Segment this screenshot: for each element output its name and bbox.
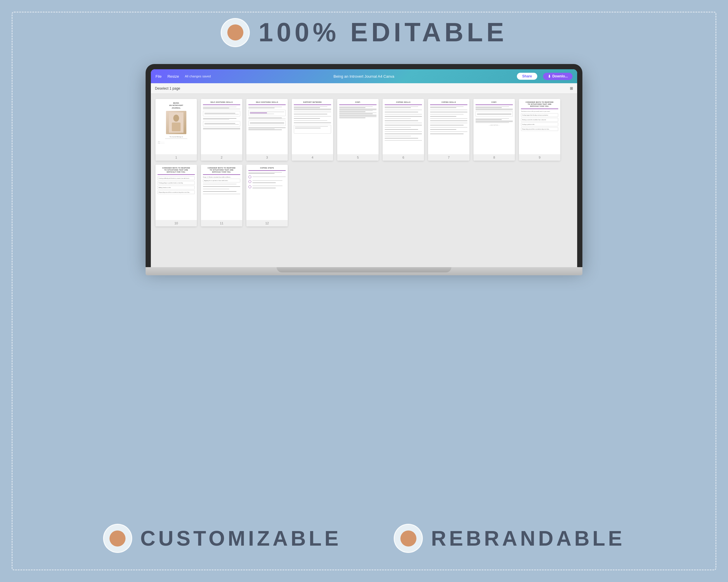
page-number-3: 3 xyxy=(246,154,288,161)
page-number-5: 5 xyxy=(337,154,379,161)
page-3-content: SELF-SOOTHING SKILLS xyxy=(246,99,288,154)
page-6-content: COPING SKILLS xyxy=(383,99,424,154)
page-2-divider xyxy=(203,105,240,105)
page-number-1: 1 xyxy=(156,154,197,161)
page-12-content: COPING STEPS xyxy=(246,165,288,220)
page-5-title: CONT. xyxy=(339,101,376,103)
download-icon: ⬇ xyxy=(548,74,551,79)
page-4-title: SUPPORT NETWORK xyxy=(294,101,331,103)
page-card-5[interactable]: CONT. xyxy=(337,99,379,161)
page-number-10: 10 xyxy=(156,220,197,226)
page-card-9[interactable]: CONSIDER WAYS TO RESPONDTO SITUATIONS TH… xyxy=(519,99,560,161)
page-card-1[interactable]: BEINGAN INTROVERTJOURNAL The Journal Bel… xyxy=(156,99,197,161)
page-number-2: 2 xyxy=(201,154,242,161)
laptop-screen-outer: File Resize All changes saved Being an I… xyxy=(146,64,582,267)
line xyxy=(203,108,229,108)
rebrandable-item: REBRANDABLE xyxy=(394,524,625,553)
page-11-title: CONSIDER WAYS TO RESPONDTO SITUATIONS TH… xyxy=(203,167,240,173)
rebrandable-badge-inner xyxy=(400,530,416,547)
page-10-content: CONSIDER WAYS TO RESPONDTO SITUATIONS TH… xyxy=(156,165,197,220)
page-number-6: 6 xyxy=(383,154,424,161)
main-title: 100% EDITABLE xyxy=(259,18,508,48)
top-badge-inner xyxy=(227,24,243,40)
canvas-area[interactable]: BEINGAN INTROVERTJOURNAL The Journal Bel… xyxy=(151,94,577,267)
line xyxy=(203,129,240,130)
page-11-content: CONSIDER WAYS TO RESPONDTO SITUATIONS TH… xyxy=(201,165,242,220)
page-8-title: CONT. xyxy=(475,101,513,103)
cover-subtitle: The Journal Belongs to xyxy=(170,136,183,138)
page-9-content: CONSIDER WAYS TO RESPONDTO SITUATIONS TH… xyxy=(519,99,560,154)
share-button[interactable]: Share xyxy=(517,73,537,80)
pages-grid: BEINGAN INTROVERTJOURNAL The Journal Bel… xyxy=(156,96,572,229)
laptop-wrapper: File Resize All changes saved Being an I… xyxy=(146,64,582,275)
line xyxy=(203,119,229,120)
section-box-2 xyxy=(203,121,240,127)
canva-toolbar: File Resize All changes saved Being an I… xyxy=(151,69,577,83)
page-6-title: COPING SKILLS xyxy=(385,101,422,103)
svg-rect-2 xyxy=(172,122,181,131)
page-card-8[interactable]: CONT. xyxy=(473,99,515,161)
page-4-content: SUPPORT NETWORK xyxy=(292,99,333,154)
rebrandable-badge xyxy=(394,524,423,553)
rebrandable-title: REBRANDABLE xyxy=(431,526,625,550)
svg-point-1 xyxy=(173,115,179,122)
customizable-badge-inner xyxy=(109,530,126,547)
page-number-11: 11 xyxy=(201,220,242,226)
page-2-title: SELF-SOOTHING SKILLS xyxy=(203,101,240,103)
customizable-item: CUSTOMIZABLE xyxy=(103,524,342,553)
line xyxy=(203,109,240,109)
download-button[interactable]: ⬇ Downlo... xyxy=(543,73,572,80)
page-number-8: 8 xyxy=(473,154,515,161)
deselect-bar: Deselect 1 page ⊞ xyxy=(151,83,577,94)
page-card-4[interactable]: SUPPORT NETWORK xyxy=(292,99,333,161)
customizable-badge xyxy=(103,524,132,553)
page-card-12[interactable]: COPING STEPS xyxy=(246,165,288,226)
page-card-3[interactable]: SELF-SOOTHING SKILLS xyxy=(246,99,288,161)
page-10-title: CONSIDER WAYS TO RESPONDTO SITUATIONS TH… xyxy=(158,167,195,173)
saved-status: All changes saved xyxy=(185,75,211,78)
line xyxy=(203,107,236,107)
line xyxy=(203,118,236,119)
page-number-9: 9 xyxy=(519,154,560,161)
page-12-title: COPING STEPS xyxy=(249,167,286,169)
doc-title: Being an Introvert Journal A4 Canva xyxy=(217,74,511,79)
page-number-7: 7 xyxy=(428,154,469,161)
resize-button[interactable]: Resize xyxy=(167,74,179,79)
page-number-4: 4 xyxy=(292,154,333,161)
laptop-stand xyxy=(277,267,451,272)
cover-image xyxy=(166,111,186,134)
grid-icon: ⊞ xyxy=(570,86,573,90)
deselect-label[interactable]: Deselect 1 page xyxy=(155,86,180,90)
page-card-6[interactable]: COPING SKILLS xyxy=(383,99,424,161)
page-9-title: CONSIDER WAYS TO RESPONDTO SITUATIONS TH… xyxy=(521,101,558,107)
page-card-7[interactable]: COPING SKILLS xyxy=(428,99,469,161)
cover-title: BEINGAN INTROVERTJOURNAL xyxy=(169,102,183,109)
cover-footer: Year ______Date ______ xyxy=(158,141,194,144)
page-7-content: COPING SKILLS xyxy=(428,99,469,154)
page-2-content: SELF-SOOTHING SKILLS xyxy=(201,99,242,154)
top-section: 100% EDITABLE xyxy=(221,18,508,48)
page-3-title: SELF-SOOTHING SKILLS xyxy=(249,101,286,103)
laptop-base xyxy=(146,267,582,275)
page-7-title: COPING SKILLS xyxy=(430,101,467,103)
laptop-screen: File Resize All changes saved Being an I… xyxy=(151,69,577,267)
page-5-content: CONT. xyxy=(337,99,379,154)
page-card-2[interactable]: SELF-SOOTHING SKILLS xyxy=(201,99,242,161)
line xyxy=(203,128,240,129)
page-number-12: 12 xyxy=(246,220,288,226)
section-box xyxy=(203,111,240,116)
file-button[interactable]: File xyxy=(156,74,162,79)
page-8-content: CONT. xyxy=(473,99,515,154)
page-1-content: BEINGAN INTROVERTJOURNAL The Journal Bel… xyxy=(156,99,197,154)
top-badge-circle xyxy=(221,18,250,47)
page-card-11[interactable]: CONSIDER WAYS TO RESPONDTO SITUATIONS TH… xyxy=(201,165,242,226)
page-card-10[interactable]: CONSIDER WAYS TO RESPONDTO SITUATIONS TH… xyxy=(156,165,197,226)
customizable-title: CUSTOMIZABLE xyxy=(140,526,342,550)
bottom-section: CUSTOMIZABLE REBRANDABLE xyxy=(189,524,539,553)
